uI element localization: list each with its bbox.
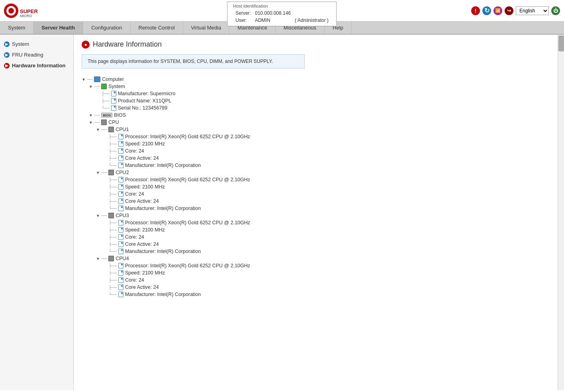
svg-point-2 [8,8,14,14]
root-expand[interactable]: ▼ [82,77,86,82]
cpu3-label: CPU3 [116,213,129,218]
cpu3-speed: ├── Speed: 2100 MHz [109,226,550,233]
doc-cpu4-2 [118,270,123,276]
doc-icon-2 [111,98,116,104]
nav-system[interactable]: System [0,22,33,34]
cpu4-mfg: └── Manufacturer: Intel(R) Corporation [109,291,550,298]
user-label: User: [234,17,253,24]
sidebar-item-fru-reading[interactable]: ▶ FRU Reading [0,49,73,60]
doc-cpu3-3 [118,234,123,240]
sidebar-hw-label: Hardware Information [12,63,65,69]
svg-text:MICRO: MICRO [20,14,32,18]
nav-virtual-media[interactable]: Virtual Media [183,22,230,34]
doc-icon [111,91,116,96]
system-dot: ▶ [4,41,10,47]
sidebar-item-system[interactable]: ▶ System [0,39,73,49]
doc-cpu1-2 [118,141,123,147]
cpu1-children: ├── Processor: Intel(R) Xeon(R) Gold 625… [96,133,550,169]
tree-cpu2-node: ▼ ── CPU2 [96,169,550,176]
sidebar-fru-label: FRU Reading [12,52,43,58]
cpu2-children: ├── Processor: Intel(R) Xeon(R) Gold 625… [96,176,550,212]
content-area: ● Hardware Information This page display… [74,35,558,390]
logo-area: SUPER MICRO [4,4,40,18]
tree-serial: └── Serial No.: 123456789 [102,104,550,112]
sidebar-system-label: System [12,41,29,47]
cpu3-icon [108,213,114,218]
cpu1-expand[interactable]: ▼ [96,127,100,132]
cpu1-core: ├── Core: 24 [109,147,550,155]
hw-dot: ▶ [4,63,10,69]
system-icon [101,84,107,89]
cpu2-core: ├── Core: 24 [109,190,550,198]
system-expand[interactable]: ▼ [89,84,93,89]
server-value: 010.000.008.146 [253,10,292,16]
cpu-expand[interactable]: ▼ [89,120,93,125]
nav-remote-control[interactable]: Remote Control [131,22,183,34]
doc-cpu1-1 [118,134,123,139]
cpu4-core-active: ├── Core Active: 24 [109,284,550,291]
cpu1-core-active: ├── Core Active: 24 [109,155,550,162]
cpu-icon [101,120,107,125]
fru-dot: ▶ [4,52,10,58]
cpu4-processor: ├── Processor: Intel(R) Xeon(R) Gold 625… [109,262,550,269]
info-box: This page displays information for SYSTE… [82,54,305,69]
doc-cpu1-5 [118,163,123,168]
doc-cpu3-2 [118,227,123,233]
doc-cpu4-3 [118,277,123,283]
bios-icon: BIOS [101,113,112,118]
tree-product-name: ├── Product Name: X11QPL [102,97,550,104]
computer-icon [94,76,100,82]
svg-text:SUPER: SUPER [20,8,38,14]
main-layout: ▶ System ▶ FRU Reading ▶ Hardware Inform… [0,35,564,390]
user-role: ( Administrator ) [293,17,330,24]
nav-server-health[interactable]: Server Health [33,22,83,34]
server-label: Server: [234,10,253,16]
cpu4-children: ├── Processor: Intel(R) Xeon(R) Gold 625… [96,262,550,298]
cpu1-label: CPU1 [116,127,129,132]
cpu-label: CPU [108,120,119,125]
power-icon[interactable]: ⏻ [551,6,560,15]
system-children: ├── Manufacturer: Supermicro ├── Product… [89,90,550,112]
cpu2-expand[interactable]: ▼ [96,171,100,175]
signal-icon[interactable]: 📶 [494,6,502,15]
host-id-title: Host Identification [233,4,331,8]
alert-icon[interactable]: ! [471,6,480,15]
root-children: ▼ ── System ├── Manufacturer: Supermicro… [82,83,550,298]
doc-cpu2-5 [118,206,123,211]
cpu-children: ▼ ── CPU1 ├── Processor: Intel(R) Xeon(R… [89,126,550,298]
doc-cpu4-1 [118,263,123,269]
cpu3-children: ├── Processor: Intel(R) Xeon(R) Gold 625… [96,219,550,255]
cpu1-speed: ├── Speed: 2100 MHz [109,140,550,147]
cpu1-mfg: └── Manufacturer: Intel(R) Corporation [109,162,550,169]
tree-bios-node: ▼ ── BIOS BIOS [89,112,550,119]
doc-cpu2-2 [118,184,123,190]
sidebar-item-hardware-information[interactable]: ▶ Hardware Information [0,60,73,71]
nav-configuration[interactable]: Configuration [83,22,130,34]
language-select[interactable]: English Chinese Japanese [516,6,549,15]
topbar-right: ! ↻ 📶 ↪ English Chinese Japanese ⏻ [471,6,560,15]
page-title-icon: ● [82,41,90,49]
host-identification: Host Identification Server: 010.000.008.… [227,2,337,26]
logout-icon[interactable]: ↪ [505,6,513,15]
doc-cpu3-5 [118,249,123,254]
cpu1-icon [108,127,114,132]
tree-cpu1-node: ▼ ── CPU1 [96,126,550,133]
refresh-icon[interactable]: ↻ [482,6,491,15]
cpu2-icon [108,170,114,175]
cpu4-expand[interactable]: ▼ [96,257,100,261]
page-title-row: ● Hardware Information [82,40,550,49]
bios-label: BIOS [114,112,126,118]
bios-expand[interactable]: ▼ [89,113,93,118]
cpu3-processor: ├── Processor: Intel(R) Xeon(R) Gold 625… [109,219,550,226]
page-title: Hardware Information [93,40,162,49]
cpu4-speed: ├── Speed: 2100 MHz [109,269,550,276]
doc-cpu4-4 [118,284,123,290]
scrollbar[interactable] [558,35,564,390]
tree-cpu3-node: ▼ ── CPU3 [96,212,550,219]
doc-cpu2-3 [118,191,123,197]
tree-cpu4-node: ▼ ── CPU4 [96,255,550,262]
doc-icon-3 [111,105,116,111]
tree-root: ▼ ── Computer [82,76,550,83]
manufacturer-label: Manufacturer: Supermicro [118,91,176,96]
cpu3-expand[interactable]: ▼ [96,214,100,218]
